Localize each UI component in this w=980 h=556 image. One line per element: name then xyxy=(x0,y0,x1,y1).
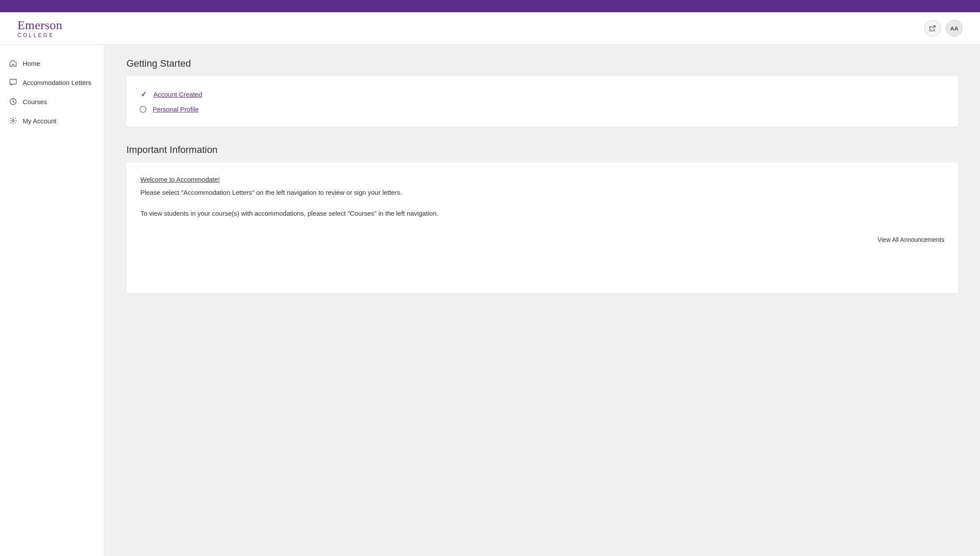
info-paragraph-1: Please select "Accommodation Letters" on… xyxy=(140,187,944,198)
sidebar-item-home[interactable]: Home xyxy=(0,54,104,73)
external-link-button[interactable] xyxy=(924,20,941,37)
svg-rect-0 xyxy=(10,79,17,84)
top-banner xyxy=(0,0,980,12)
gear-icon xyxy=(9,116,17,125)
account-created-link[interactable]: Account Created xyxy=(153,91,202,98)
info-paragraph-2: To view students in your course(s) with … xyxy=(140,208,944,219)
clock-icon xyxy=(9,97,17,106)
sidebar-item-my-account[interactable]: My Account xyxy=(0,111,104,130)
sidebar-myaccount-label: My Account xyxy=(23,117,57,125)
header-actions: AA xyxy=(924,20,963,37)
sidebar-courses-label: Courses xyxy=(23,98,47,105)
main-layout: Home Accommodation Letters xyxy=(0,45,980,556)
home-icon xyxy=(9,59,17,68)
checklist-item-account-created: ✓ Account Created xyxy=(140,87,945,102)
circle-icon xyxy=(140,106,146,113)
sidebar-accommodation-label: Accommodation Letters xyxy=(23,79,92,86)
view-announcements-link[interactable]: View All Announcements xyxy=(140,236,944,243)
checklist-item-personal-profile: Personal Profile xyxy=(140,102,945,116)
logo-subtitle: COLLEGE xyxy=(17,32,54,38)
svg-point-3 xyxy=(12,120,14,122)
personal-profile-link[interactable]: Personal Profile xyxy=(153,105,199,113)
logo-name: Emerson xyxy=(17,18,62,32)
check-mark-icon: ✓ xyxy=(140,90,147,98)
main-content: Getting Started ✓ Account Created Person… xyxy=(105,45,980,556)
logo: Emerson COLLEGE xyxy=(17,18,62,38)
sidebar: Home Accommodation Letters xyxy=(0,45,105,556)
sidebar-item-accommodation-letters[interactable]: Accommodation Letters xyxy=(0,73,104,92)
getting-started-title: Getting Started xyxy=(126,58,958,69)
avatar-button[interactable]: AA xyxy=(946,20,963,37)
comment-icon xyxy=(9,78,17,87)
header: Emerson COLLEGE AA xyxy=(0,12,980,45)
important-info-card: Welcome to Accommodate! Please select "A… xyxy=(126,163,958,293)
sidebar-item-courses[interactable]: Courses xyxy=(0,92,104,111)
sidebar-home-label: Home xyxy=(23,60,40,67)
getting-started-card: ✓ Account Created Personal Profile xyxy=(126,76,958,127)
important-info-title: Important Information xyxy=(126,144,958,156)
welcome-link[interactable]: Welcome to Accommodate! xyxy=(140,176,944,183)
